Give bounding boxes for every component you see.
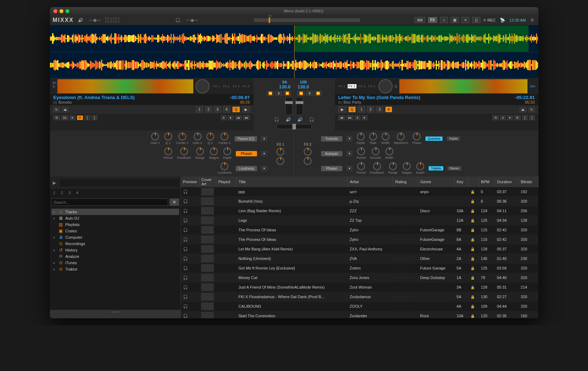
- rating-cell[interactable]: · · · · ·: [393, 197, 418, 206]
- tree-item-itunes[interactable]: ▸⊙iTunes: [51, 260, 179, 266]
- preview-icon[interactable]: 🎧: [181, 225, 199, 235]
- lock-cell[interactable]: 🔒: [468, 225, 479, 235]
- channel-fader-1[interactable]: [285, 97, 292, 115]
- lock-cell[interactable]: 🔒: [468, 235, 479, 244]
- headphone-mix[interactable]: —◉—: [185, 17, 200, 23]
- deck1-eject-icon[interactable]: ⏏: [62, 107, 69, 112]
- deck2-beat-fwd[interactable]: ⏭: [347, 115, 353, 120]
- mixer-key-2[interactable]: 10B: [298, 80, 309, 84]
- preview-icon[interactable]: 🎧: [181, 254, 199, 263]
- tree-item-computer[interactable]: ▸🖥Computer: [51, 234, 179, 240]
- deck1-beat-fwd[interactable]: ⏭: [243, 115, 250, 120]
- fx-knob-width[interactable]: Width: [385, 147, 393, 160]
- fx-param-triplets[interactable]: Triplets: [429, 166, 443, 170]
- broadcast-icon[interactable]: 📡: [498, 17, 507, 23]
- fx-knob-depth[interactable]: Depth: [223, 147, 232, 160]
- lock-cell[interactable]: 🔒: [468, 197, 479, 206]
- tree-item-auto-dj[interactable]: ▸⊞Auto DJ: [51, 215, 179, 221]
- fx-dropdown-icon[interactable]: ▾: [347, 166, 352, 171]
- table-row[interactable]: 🎧 Money Cat Zora Jones · · · · · Deep Du…: [181, 273, 538, 283]
- column-header-played[interactable]: Played: [216, 176, 236, 187]
- nudge-back-2[interactable]: ⏪: [297, 91, 305, 96]
- deck1-beat-size[interactable]: 4: [221, 115, 227, 120]
- nudge-back-1[interactable]: ⏪: [267, 91, 274, 96]
- fx-knob-range[interactable]: Range: [388, 162, 398, 174]
- fx-knob-smooth[interactable]: Smooth: [370, 147, 381, 160]
- fx-dropdown-icon[interactable]: ▾: [261, 151, 267, 156]
- sync-2[interactable]: ⏸: [306, 91, 313, 96]
- rating-cell[interactable]: · · · · ·: [393, 263, 418, 273]
- preview-icon[interactable]: 🎧: [181, 197, 199, 206]
- preview-icon[interactable]: 🎧: [181, 244, 199, 254]
- table-row[interactable]: 🎧 Just A Friend Of Mine (SomethinALaMode…: [181, 283, 538, 292]
- deck1-loop-bracket-l[interactable]: [: [85, 115, 90, 120]
- deck2-beat-back[interactable]: ⏮: [338, 115, 345, 120]
- lock-cell[interactable]: 🔒: [468, 283, 479, 292]
- fx-knob-period[interactable]: Period: [356, 147, 366, 160]
- lock-cell[interactable]: 🔒: [468, 187, 479, 197]
- mixer-bpm-1[interactable]: 130.0: [279, 84, 291, 89]
- rating-cell[interactable]: · · · · ·: [393, 235, 418, 244]
- deck1-loop-size[interactable]: 16: [61, 115, 68, 120]
- rating-cell[interactable]: · · · · ·: [393, 225, 418, 235]
- deck1-play-button[interactable]: ▶: [242, 106, 250, 112]
- table-row[interactable]: 🎧 CALIBOUND ZOOLY · · · · · 4A 🔒 109 04:…: [181, 302, 538, 311]
- fx-knob-q-2[interactable]: Q 2: [206, 133, 214, 145]
- crossfader[interactable]: [276, 124, 312, 129]
- fx-knob-feedback[interactable]: Feedback: [370, 162, 384, 174]
- rating-cell[interactable]: · · · · ·: [393, 302, 418, 311]
- search-clear-button[interactable]: ✕: [170, 198, 179, 206]
- column-header-bpm[interactable]: BPM: [479, 176, 495, 187]
- deck1-overview[interactable]: [57, 79, 194, 93]
- table-row[interactable]: 🎧 Legs ZZ Top · · · · · 12A 🔒 125 04:34 …: [181, 216, 538, 225]
- deck2-spinny[interactable]: [378, 79, 393, 93]
- preview-icon[interactable]: 🎧: [181, 292, 199, 302]
- deck2-repeat-icon[interactable]: ↻: [529, 107, 535, 112]
- column-header-duration[interactable]: Duration: [495, 176, 519, 187]
- deck1-loop-toggle[interactable]: ⟳: [77, 115, 83, 120]
- fx-knob-range[interactable]: Range: [195, 147, 205, 160]
- record-section[interactable]: REC: [483, 18, 496, 22]
- deck1-cue-4[interactable]: 4: [223, 106, 230, 112]
- rating-cell[interactable]: · · · · ·: [393, 187, 418, 197]
- fx-knob-center-1[interactable]: Center 1: [176, 133, 189, 145]
- rating-cell[interactable]: · · · · ·: [393, 273, 418, 283]
- preview-icon[interactable]: 🎧: [181, 302, 199, 311]
- preview-icon[interactable]: 🎧: [181, 283, 199, 292]
- lock-cell[interactable]: 🔒: [468, 273, 479, 283]
- fx-knob-period[interactable]: Period: [164, 147, 173, 160]
- tree-expand-icon[interactable]: ▸: [53, 249, 56, 252]
- toolbar-btn-6[interactable]: ◱: [472, 17, 480, 23]
- close-button[interactable]: [53, 9, 57, 13]
- fx-param-triplet[interactable]: Triplet: [447, 137, 460, 141]
- column-header-artist[interactable]: Artist: [348, 176, 393, 187]
- tree-item-analyze[interactable]: ⟳Analyze: [51, 253, 179, 260]
- deck2-loop-down[interactable]: ▾: [507, 115, 513, 120]
- rating-cell[interactable]: · · · · ·: [393, 311, 418, 319]
- lock-cell[interactable]: 🔒: [468, 244, 479, 254]
- deck1-spinny[interactable]: [195, 79, 210, 93]
- deck2-play-button[interactable]: ▶: [338, 106, 346, 112]
- fx-knob-q-1[interactable]: Q 1: [164, 133, 172, 145]
- fx-knob-width[interactable]: Width: [381, 133, 389, 145]
- lock-cell[interactable]: 🔒: [468, 263, 479, 273]
- table-row[interactable]: 🎧 ppp шггг · · · · · anpo 🔒 0 03:37 192: [181, 187, 538, 197]
- deck1-loop-bracket-r[interactable]: ]: [92, 115, 97, 120]
- table-row[interactable]: 🎧 Lion (Bag Raider Remix) ZZZ · · · · · …: [181, 206, 538, 216]
- deck2-eject-icon[interactable]: ⏏: [520, 107, 526, 112]
- table-row[interactable]: 🎧 The Process Of Ideas Zytro · · · · · F…: [181, 225, 538, 235]
- lock-cell[interactable]: 🔒: [468, 216, 479, 225]
- preview-icon[interactable]: 🎧: [181, 311, 199, 319]
- deck2-loop-size[interactable]: 4: [500, 115, 506, 120]
- toolbar-btn-3[interactable]: ♫: [440, 17, 448, 23]
- tree-expand-icon[interactable]: ▸: [53, 268, 56, 271]
- preview-cue-1[interactable]: 1: [51, 190, 58, 196]
- preview-icon[interactable]: 🎧: [181, 263, 199, 273]
- lock-cell[interactable]: 🔒: [468, 292, 479, 302]
- fx1-mix-knob[interactable]: [276, 157, 284, 165]
- fx-selector[interactable]: Phaser: [321, 166, 342, 171]
- preview-play-icon[interactable]: ▶: [51, 180, 57, 186]
- deck2-cue-1[interactable]: 1: [358, 106, 365, 112]
- deck2-loop-bracket-l[interactable]: [: [522, 115, 528, 120]
- deck1-cue-3[interactable]: 3: [214, 106, 221, 112]
